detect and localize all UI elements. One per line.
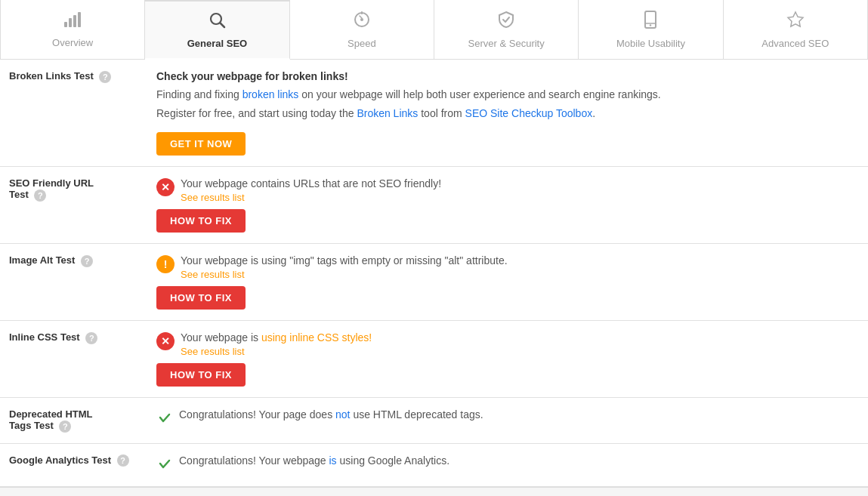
table-row: Deprecated HTMLTags Test ? Congratulatio…	[0, 398, 868, 444]
svg-line-5	[221, 23, 225, 28]
image-alt-label: Image Alt Test	[9, 254, 75, 266]
seo-url-see-results[interactable]: See results list	[181, 192, 441, 203]
seo-url-help-icon[interactable]: ?	[34, 189, 46, 202]
tab-advanced-seo-label: Advanced SEO	[761, 38, 829, 49]
image-alt-row: ! Your webpage is using "img" tags with …	[156, 254, 859, 280]
google-analytics-help-icon[interactable]: ?	[117, 454, 129, 467]
overview-icon	[63, 11, 82, 32]
image-alt-message: Your webpage is using "img" tags with em…	[181, 254, 508, 266]
svg-rect-1	[69, 18, 72, 27]
deprecated-html-help-icon[interactable]: ?	[59, 421, 71, 433]
general-seo-icon	[208, 11, 226, 33]
table-row: Google Analytics Test ? Congratulations!…	[0, 443, 868, 486]
google-analytics-row: Congratulations! Your webpage is using G…	[156, 454, 859, 476]
inline-css-help-icon[interactable]: ?	[85, 332, 97, 344]
svg-point-9	[650, 24, 651, 26]
svg-marker-11	[788, 12, 803, 26]
deprecated-html-label: Deprecated HTMLTags Test	[9, 408, 93, 431]
tab-bar: Overview General SEO Speed	[0, 0, 868, 60]
deprecated-html-success-icon	[156, 409, 173, 430]
tab-mobile-usability[interactable]: Mobile Usability	[579, 0, 723, 59]
seo-url-row: ✕ Your webpage contains URLs that are no…	[156, 177, 859, 203]
table-row: Inline CSS Test ? ✕ Your webpage is usin…	[0, 321, 868, 398]
seo-url-message: Your webpage contains URLs that are not …	[181, 177, 441, 189]
inline-css-error-icon: ✕	[156, 332, 175, 350]
google-analytics-message: Congratulations! Your webpage is using G…	[179, 454, 449, 467]
broken-links-help-icon[interactable]: ?	[99, 71, 111, 83]
broken-links-title: Check your webpage for broken links!	[156, 70, 859, 82]
tab-mobile-usability-label: Mobile Usability	[616, 38, 685, 49]
seo-url-how-to-fix-button[interactable]: HOW TO FIX	[156, 209, 246, 233]
tab-speed-label: Speed	[348, 38, 376, 49]
tab-general-seo-label: General SEO	[187, 38, 247, 49]
get-it-now-button[interactable]: GET IT NOW	[156, 132, 246, 156]
bottom-bar-label: Google Analytics Test	[12, 494, 106, 496]
tab-server-security[interactable]: Server & Security	[434, 0, 579, 59]
server-security-icon	[498, 11, 514, 33]
google-analytics-label: Google Analytics Test	[9, 454, 111, 466]
table-row: Image Alt Test ? ! Your webpage is using…	[0, 244, 868, 321]
inline-css-row: ✕ Your webpage is using inline CSS style…	[156, 331, 859, 357]
tab-speed[interactable]: Speed	[290, 0, 434, 59]
inline-css-see-results[interactable]: See results list	[181, 346, 372, 357]
broken-links-text2: Register for free, and start using today…	[156, 106, 859, 122]
svg-rect-3	[78, 12, 81, 27]
seo-url-label: SEO Friendly URLTest	[9, 177, 94, 200]
image-alt-how-to-fix-button[interactable]: HOW TO FIX	[156, 286, 246, 310]
results-table: Broken Links Test ? Check your webpage f…	[0, 60, 868, 487]
tab-server-security-label: Server & Security	[468, 38, 545, 49]
image-alt-warning-icon: !	[156, 255, 175, 273]
broken-links-inline-link1[interactable]: broken links	[242, 88, 299, 100]
google-analytics-success-icon	[156, 455, 173, 476]
bottom-bar: Google Analytics Test	[0, 487, 868, 496]
tab-overview-label: Overview	[52, 37, 93, 48]
tab-advanced-seo[interactable]: Advanced SEO	[724, 0, 868, 59]
inline-css-how-to-fix-button[interactable]: HOW TO FIX	[156, 363, 246, 387]
image-alt-help-icon[interactable]: ?	[81, 255, 93, 267]
broken-links-toolbox-link1[interactable]: Broken Links	[357, 107, 418, 119]
image-alt-see-results[interactable]: See results list	[181, 269, 508, 280]
svg-rect-2	[73, 15, 76, 27]
deprecated-html-message: Congratulations! Your page does not use …	[179, 408, 483, 421]
tab-general-seo[interactable]: General SEO	[145, 0, 289, 60]
inline-css-label: Inline CSS Test	[9, 331, 80, 343]
seo-url-error-icon: ✕	[156, 178, 175, 196]
broken-links-toolbox-link2[interactable]: SEO Site Checkup Toolbox	[465, 107, 593, 119]
advanced-seo-icon	[786, 11, 805, 33]
broken-links-label: Broken Links Test	[9, 70, 94, 82]
broken-links-text1: Finding and fixing broken links on your …	[156, 87, 859, 103]
tab-overview[interactable]: Overview	[0, 0, 145, 59]
table-row: Broken Links Test ? Check your webpage f…	[0, 60, 868, 167]
inline-css-message: Your webpage is using inline CSS styles!	[181, 331, 372, 344]
table-row: SEO Friendly URLTest ? ✕ Your webpage co…	[0, 167, 868, 244]
svg-rect-0	[64, 22, 67, 27]
mobile-icon	[644, 11, 656, 33]
speed-icon	[353, 11, 371, 33]
deprecated-html-row: Congratulations! Your page does not use …	[156, 408, 859, 430]
